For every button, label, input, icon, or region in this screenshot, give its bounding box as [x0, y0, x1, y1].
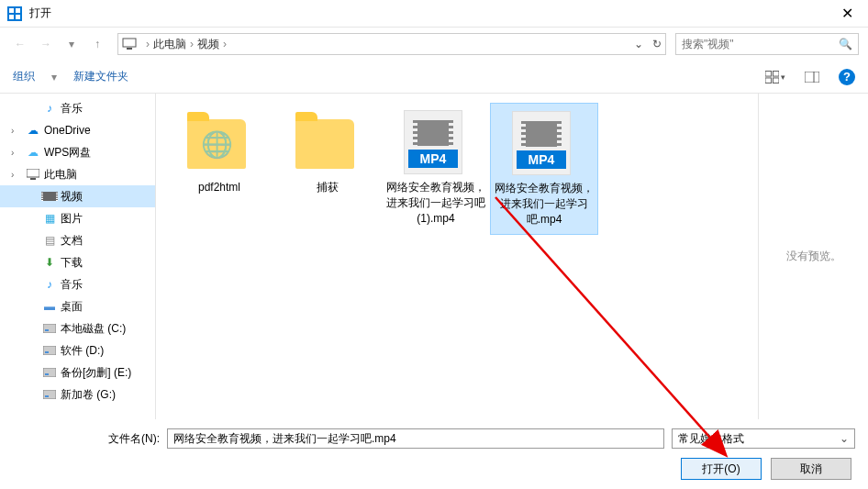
- preview-pane-button[interactable]: [802, 67, 822, 87]
- back-button[interactable]: ←: [9, 33, 31, 55]
- toolbar: 组织 ▾ 新建文件夹 ▾ ?: [0, 61, 868, 94]
- main: ♪音乐›☁OneDrive›☁WPS网盘›此电脑视频▦图片▤文档⬇下载♪音乐▬桌…: [0, 94, 868, 419]
- video-file-icon: MP4: [404, 110, 462, 174]
- view-icons-button[interactable]: ▾: [765, 67, 785, 87]
- sidebar-item-label: 软件 (D:): [61, 343, 104, 359]
- file-item[interactable]: 捕获: [273, 103, 382, 235]
- svg-rect-19: [43, 368, 56, 377]
- chevron-right-icon: ›: [146, 38, 150, 50]
- sidebar-item[interactable]: 备份[勿删] (E:): [0, 361, 155, 383]
- sidebar-item[interactable]: ›☁WPS网盘: [0, 141, 155, 163]
- sidebar-item-label: OneDrive: [44, 124, 91, 137]
- file-label: 网络安全教育视频，进来我们一起学习吧.mp4: [495, 181, 594, 227]
- sidebar-item[interactable]: ⬇下载: [0, 251, 155, 273]
- svg-rect-14: [30, 178, 36, 180]
- recent-dropdown[interactable]: ▾: [61, 33, 83, 55]
- svg-rect-6: [127, 48, 132, 50]
- sidebar-item[interactable]: 新加卷 (G:): [0, 383, 155, 406]
- file-item[interactable]: pdf2html: [165, 103, 273, 235]
- newfolder-button[interactable]: 新建文件夹: [73, 69, 128, 84]
- sidebar-item[interactable]: ▦图片: [0, 207, 155, 229]
- sidebar-item[interactable]: 软件 (D:): [0, 339, 155, 361]
- sidebar-item[interactable]: ›此电脑: [0, 163, 155, 185]
- svg-rect-13: [27, 169, 39, 177]
- sidebar[interactable]: ♪音乐›☁OneDrive›☁WPS网盘›此电脑视频▦图片▤文档⬇下载♪音乐▬桌…: [0, 94, 156, 419]
- sidebar-item-label: 图片: [61, 211, 83, 227]
- sidebar-item-label: 新加卷 (G:): [61, 387, 116, 403]
- sidebar-item[interactable]: ♪音乐: [0, 97, 155, 119]
- window-title: 打开: [29, 6, 827, 21]
- cloud-icon: ☁: [26, 123, 40, 138]
- file-label: pdf2html: [198, 180, 240, 195]
- svg-rect-7: [765, 71, 772, 76]
- pc-icon: [26, 167, 40, 182]
- desk-icon: ▬: [42, 299, 57, 314]
- dl-icon: ⬇: [42, 255, 57, 270]
- file-list[interactable]: pdf2html捕获MP4网络安全教育视频，进来我们一起学习吧 (1).mp4M…: [156, 94, 758, 419]
- sidebar-item[interactable]: ▤文档: [0, 229, 155, 251]
- cancel-button[interactable]: 取消: [771, 458, 851, 480]
- svg-rect-10: [773, 77, 779, 83]
- svg-rect-9: [765, 77, 772, 83]
- sidebar-item-label: 音乐: [61, 277, 83, 293]
- preview-pane: 没有预览。: [758, 94, 868, 419]
- sidebar-item[interactable]: 视频: [0, 185, 155, 207]
- footer: 文件名(N): 常见媒体格式 ⌄ 打开(O) 取消: [0, 419, 868, 489]
- sidebar-item[interactable]: ♪音乐: [0, 273, 155, 295]
- chevron-down-icon: ⌄: [840, 432, 849, 445]
- close-button[interactable]: ✕: [827, 0, 868, 28]
- svg-rect-20: [45, 373, 49, 375]
- folder-icon: [295, 119, 354, 169]
- up-button[interactable]: ↑: [86, 33, 108, 55]
- expand-icon[interactable]: ›: [11, 170, 22, 180]
- file-label: 捕获: [317, 180, 339, 195]
- chevron-down-icon[interactable]: ⌄: [634, 38, 643, 50]
- sidebar-item[interactable]: ›☁OneDrive: [0, 119, 155, 141]
- sidebar-item-label: 备份[勿删] (E:): [61, 365, 131, 381]
- file-item[interactable]: MP4网络安全教育视频，进来我们一起学习吧.mp4: [490, 103, 598, 235]
- svg-rect-5: [123, 39, 136, 47]
- sidebar-item-label: 视频: [61, 189, 83, 205]
- music-icon: ♪: [42, 101, 57, 116]
- breadcrumb-folder[interactable]: 视频: [197, 37, 219, 52]
- svg-rect-2: [16, 8, 20, 13]
- app-icon: [7, 6, 22, 21]
- disk-icon: [42, 321, 57, 336]
- svg-rect-22: [45, 395, 49, 397]
- expand-icon[interactable]: ›: [11, 126, 22, 136]
- sidebar-item[interactable]: ▬桌面: [0, 295, 155, 317]
- forward-button[interactable]: →: [35, 33, 57, 55]
- svg-rect-16: [45, 329, 49, 331]
- breadcrumb-root[interactable]: 此电脑: [153, 37, 186, 52]
- search-box[interactable]: 🔍: [675, 33, 859, 55]
- wps-icon: ☁: [26, 145, 40, 160]
- open-button[interactable]: 打开(O): [681, 458, 762, 480]
- file-item[interactable]: MP4网络安全教育视频，进来我们一起学习吧 (1).mp4: [382, 103, 490, 235]
- svg-rect-4: [16, 15, 20, 19]
- vid-icon: [42, 189, 57, 204]
- sidebar-item[interactable]: 本地磁盘 (C:): [0, 317, 155, 339]
- titlebar: 打开 ✕: [0, 0, 868, 28]
- navbar: ← → ▾ ↑ › 此电脑 › 视频 › ⌄ ↻ 🔍: [0, 28, 868, 61]
- search-input[interactable]: [682, 38, 839, 50]
- expand-icon[interactable]: ›: [11, 148, 22, 158]
- breadcrumb[interactable]: › 此电脑 › 视频 › ⌄ ↻: [117, 33, 666, 55]
- filename-input[interactable]: [167, 428, 664, 449]
- folder-icon: [187, 119, 246, 169]
- filetype-filter[interactable]: 常见媒体格式 ⌄: [672, 428, 855, 449]
- svg-rect-3: [9, 15, 14, 19]
- img-icon: ▦: [42, 211, 57, 226]
- sidebar-item-label: 桌面: [61, 299, 83, 315]
- refresh-icon[interactable]: ↻: [652, 38, 662, 50]
- search-icon[interactable]: 🔍: [839, 38, 852, 50]
- sidebar-item-label: 下载: [61, 255, 83, 271]
- doc-icon: ▤: [42, 233, 57, 248]
- video-file-icon: MP4: [512, 111, 571, 175]
- file-label: 网络安全教育视频，进来我们一起学习吧 (1).mp4: [385, 180, 486, 226]
- organize-button[interactable]: 组织: [13, 69, 35, 84]
- sidebar-item-label: 此电脑: [44, 167, 77, 183]
- disk-icon: [42, 343, 57, 358]
- help-button[interactable]: ?: [839, 69, 855, 85]
- disk-icon: [42, 365, 57, 380]
- svg-rect-15: [43, 324, 56, 333]
